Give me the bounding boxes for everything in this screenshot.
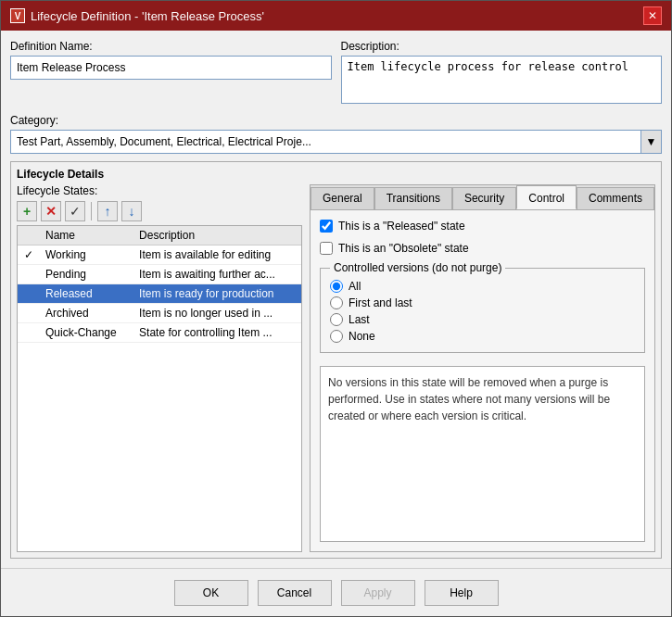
category-row: ▼ (10, 130, 662, 154)
row-description: Item is ready for production (133, 284, 301, 304)
radio-first-last[interactable] (330, 296, 343, 309)
row-check (18, 284, 40, 304)
category-dropdown-button[interactable]: ▼ (641, 130, 662, 154)
add-state-button[interactable]: + (17, 201, 37, 221)
radio-all-label: All (349, 280, 361, 293)
controlled-versions-group: Controlled versions (do not purge) All F… (320, 268, 645, 353)
col-header-check (18, 226, 40, 246)
radio-last[interactable] (330, 313, 343, 326)
window-title: Lifecycle Definition - 'Item Release Pro… (31, 9, 264, 23)
tab-transitions[interactable]: Transitions (374, 187, 452, 209)
row-check (18, 265, 40, 284)
title-bar: V Lifecycle Definition - 'Item Release P… (1, 1, 671, 31)
category-label: Category: (10, 114, 662, 127)
close-button[interactable]: ✕ (643, 6, 662, 25)
radio-first-last-label: First and last (349, 296, 412, 309)
row-description: State for controlling Item ... (133, 323, 301, 343)
category-section: Category: ▼ (10, 114, 662, 154)
table-row[interactable]: ✓WorkingItem is available for editing (18, 246, 301, 265)
left-panel: Lifecycle States: + ✕ ✓ ↑ ↓ (17, 184, 302, 552)
tabs-row: General Transitions Security Control Com… (311, 185, 654, 210)
states-label: Lifecycle States: (17, 184, 302, 197)
move-down-button[interactable]: ↓ (121, 201, 142, 221)
main-content: Definition Name: Description: Category: … (1, 31, 671, 568)
table-row[interactable]: Quick-ChangeState for controlling Item .… (18, 323, 301, 343)
control-tab-content: This is a "Released" state This is an "O… (311, 210, 654, 551)
col-header-description: Description (133, 226, 301, 246)
lifecycle-title: Lifecycle Details (17, 168, 655, 181)
row-name: Quick-Change (40, 323, 133, 343)
row-name: Working (40, 246, 133, 265)
category-input[interactable] (10, 130, 641, 154)
description-label: Description: (341, 40, 663, 53)
row-description: Item is awaiting further ac... (133, 265, 301, 284)
row-description: Item is no longer used in ... (133, 304, 301, 323)
table-row[interactable]: ReleasedItem is ready for production (18, 284, 301, 304)
definition-name-label: Definition Name: (10, 40, 332, 53)
lifecycle-section: Lifecycle Details Lifecycle States: + ✕ … (10, 161, 662, 559)
col-header-name: Name (40, 226, 133, 246)
obsolete-state-row: This is an "Obsolete" state (320, 242, 645, 255)
title-bar-left: V Lifecycle Definition - 'Item Release P… (10, 8, 264, 23)
toolbar: + ✕ ✓ ↑ ↓ (17, 201, 302, 221)
row-check: ✓ (18, 246, 40, 265)
radio-last-row: Last (330, 313, 635, 326)
top-fields-row: Definition Name: Description: (10, 40, 662, 107)
radio-none-row: None (330, 330, 635, 343)
definition-name-section: Definition Name: (10, 40, 332, 107)
check-state-button[interactable]: ✓ (65, 201, 85, 221)
released-state-row: This is a "Released" state (320, 220, 645, 233)
row-description: Item is available for editing (133, 246, 301, 265)
radio-all[interactable] (330, 280, 343, 293)
row-name: Archived (40, 304, 133, 323)
definition-name-input[interactable] (10, 56, 332, 80)
lifecycle-body: Lifecycle States: + ✕ ✓ ↑ ↓ (17, 184, 655, 552)
tab-comments[interactable]: Comments (577, 187, 654, 209)
radio-all-row: All (330, 280, 635, 293)
move-up-button[interactable]: ↑ (97, 201, 118, 221)
row-check (18, 304, 40, 323)
obsolete-state-label: This is an "Obsolete" state (338, 242, 469, 255)
released-state-label: This is a "Released" state (338, 220, 465, 233)
description-textarea[interactable] (341, 56, 663, 104)
apply-button[interactable]: Apply (341, 580, 415, 606)
radio-none-label: None (349, 330, 375, 343)
cancel-button[interactable]: Cancel (258, 580, 332, 606)
toolbar-divider (91, 202, 92, 220)
row-name: Released (40, 284, 133, 304)
app-icon: V (10, 8, 25, 23)
remove-state-button[interactable]: ✕ (41, 201, 61, 221)
tab-general[interactable]: General (311, 187, 374, 209)
obsolete-state-checkbox[interactable] (320, 242, 333, 255)
radio-first-last-row: First and last (330, 296, 635, 309)
states-table: Name Description ✓WorkingItem is availab… (17, 225, 302, 552)
tab-control[interactable]: Control (516, 185, 577, 209)
released-state-checkbox[interactable] (320, 220, 333, 233)
info-box: No versions in this state will be remove… (320, 366, 645, 542)
row-name: Pending (40, 265, 133, 284)
right-panel: General Transitions Security Control Com… (310, 184, 655, 552)
row-check (18, 323, 40, 343)
tab-security[interactable]: Security (452, 187, 516, 209)
help-button[interactable]: Help (425, 580, 499, 606)
radio-none[interactable] (330, 330, 343, 343)
description-section: Description: (341, 40, 663, 107)
controlled-versions-title: Controlled versions (do not purge) (330, 261, 505, 274)
table-row[interactable]: ArchivedItem is no longer used in ... (18, 304, 301, 323)
footer: OK Cancel Apply Help (1, 568, 671, 616)
table-row[interactable]: PendingItem is awaiting further ac... (18, 265, 301, 284)
radio-last-label: Last (349, 313, 370, 326)
main-window: V Lifecycle Definition - 'Item Release P… (0, 0, 672, 617)
ok-button[interactable]: OK (174, 580, 248, 606)
